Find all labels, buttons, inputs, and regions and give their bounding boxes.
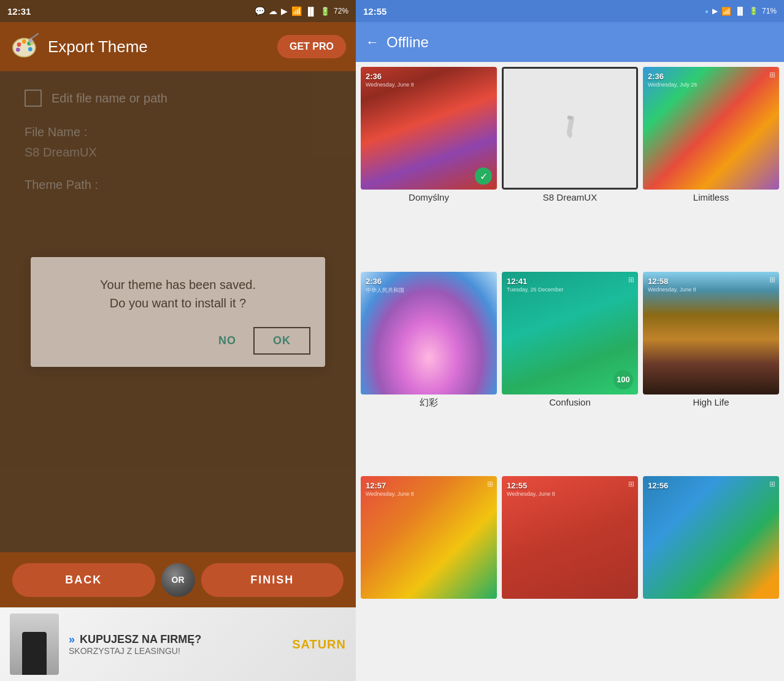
theme-item-highlife[interactable]: 12:58Wednesday, June 8⊞High Life <box>643 272 779 472</box>
right-dot-icon: ● <box>705 8 709 15</box>
theme-time-8: 12:56 <box>648 481 668 490</box>
svg-point-2 <box>22 39 26 44</box>
left-status-time: 12:31 <box>7 6 31 17</box>
or-circle: OR <box>161 563 195 597</box>
dialog: Your theme has been saved.Do you want to… <box>31 257 325 367</box>
bottom-bar: BACK OR FINISH <box>0 552 356 607</box>
theme-item-row3a[interactable]: 12:57Wednesday, June 8⊞ <box>361 476 497 676</box>
wifi-icon: 📶 <box>291 6 302 16</box>
theme-date-4: Tuesday, 26 December <box>507 287 564 293</box>
right-header-title: Offline <box>386 34 429 51</box>
corner-grid-icon: ⊞ <box>769 275 775 284</box>
left-status-icons: 💬 ☁ ▶ 📶 ▐▌ 🔋 72% <box>255 6 348 16</box>
back-arrow-icon[interactable]: ← <box>366 34 379 50</box>
notification-icon-1: 💬 <box>255 6 265 16</box>
ad-text-area: » KUPUJESZ NA FIRMĘ? SKORZYSTAJ Z LEASIN… <box>69 633 282 656</box>
back-button[interactable]: BACK <box>12 563 155 597</box>
content-area: Edit file name or path File Name : S8 Dr… <box>0 71 356 552</box>
right-panel: 12:55 ● ▶ 📶 ▐▌ 🔋 71% ← Offline 2:36Wedne… <box>356 0 784 681</box>
dialog-message: Your theme has been saved.Do you want to… <box>45 275 310 312</box>
theme-item-limitless[interactable]: 2:36Wednesday, July 26⊞Limitless <box>643 67 779 267</box>
check-badge: ✓ <box>475 167 492 185</box>
theme-item-row3b[interactable]: 12:55Wednesday, June 8⊞ <box>502 476 638 676</box>
ad-logo: SATURN <box>292 637 346 652</box>
svg-line-6 <box>31 34 38 39</box>
theme-time-7: 12:55 <box>507 481 527 490</box>
right-signal-icon: ▐▌ <box>735 7 745 15</box>
theme-date-2: Wednesday, July 26 <box>648 82 697 88</box>
battery-percentage: 72% <box>334 7 348 15</box>
right-wifi-icon: 📶 <box>721 7 731 16</box>
theme-name-limitless: Limitless <box>643 190 779 205</box>
pencil-icon <box>555 113 585 144</box>
right-status-icons: ● ▶ 📶 ▐▌ 🔋 71% <box>705 7 777 16</box>
palette-icon <box>10 31 40 62</box>
theme-name-highlife: High Life <box>643 394 779 410</box>
theme-date-5: Wednesday, June 8 <box>648 287 696 293</box>
svg-point-4 <box>28 47 33 52</box>
right-status-bar: 12:55 ● ▶ 📶 ▐▌ 🔋 71% <box>356 0 784 22</box>
corner-grid-icon: ⊞ <box>487 480 493 488</box>
notification-icon-2: ☁ <box>269 6 277 16</box>
right-battery-icon: 🔋 <box>749 7 758 15</box>
theme-item-confusion[interactable]: 12:41Tuesday, 26 December⊞100Confusion <box>502 272 638 472</box>
dialog-buttons: NO OK <box>45 327 310 355</box>
theme-time-0: 2:36 <box>366 72 382 81</box>
theme-date-7: Wednesday, June 8 <box>507 491 555 497</box>
ad-sub: SKORZYSTAJ Z LEASINGU! <box>69 646 282 656</box>
app-header: Export Theme GET PRO <box>0 22 356 71</box>
left-panel: 12:31 💬 ☁ ▶ 📶 ▐▌ 🔋 72% <box>0 0 356 681</box>
ad-content: » KUPUJESZ NA FIRMĘ? SKORZYSTAJ Z LEASIN… <box>0 607 356 681</box>
theme-item-row3c[interactable]: 12:56⊞ <box>643 476 779 676</box>
svg-point-5 <box>16 48 20 52</box>
theme-date-3: 中华人民共和国 <box>366 287 404 294</box>
battery-icon: 🔋 <box>320 7 330 16</box>
theme-time-2: 2:36 <box>648 72 664 81</box>
corner-grid-icon: ⊞ <box>628 480 634 488</box>
theme-name-domyslny: Domyślny <box>361 190 497 205</box>
left-status-bar: 12:31 💬 ☁ ▶ 📶 ▐▌ 🔋 72% <box>0 0 356 22</box>
theme-time-3: 2:36 <box>366 277 382 286</box>
notification-icon-3: ▶ <box>281 6 288 16</box>
dialog-ok-button[interactable]: OK <box>253 327 310 355</box>
finish-button[interactable]: FINISH <box>201 563 344 597</box>
theme-item-s8dreamux[interactable]: S8 DreamUX <box>502 67 638 267</box>
signal-icon: ▐▌ <box>306 7 317 16</box>
right-battery-pct: 71% <box>762 7 777 15</box>
app-title: Export Theme <box>48 37 148 56</box>
corner-grid-icon: ⊞ <box>769 71 775 79</box>
theme-time-4: 12:41 <box>507 277 527 286</box>
right-app-header: ← Offline <box>356 22 784 62</box>
corner-grid-icon: ⊞ <box>628 275 634 284</box>
theme-name-confusion: Confusion <box>502 394 638 410</box>
dialog-overlay: Your theme has been saved.Do you want to… <box>0 71 356 552</box>
right-status-time: 12:55 <box>363 6 386 17</box>
svg-point-1 <box>17 42 21 47</box>
theme-name-s8dreamux: S8 DreamUX <box>502 190 638 205</box>
ad-person <box>10 614 59 675</box>
theme-time-5: 12:58 <box>648 277 668 286</box>
get-pro-button[interactable]: GET PRO <box>277 35 346 58</box>
theme-name-huancai: 幻彩 <box>361 394 497 411</box>
theme-item-domyslny[interactable]: 2:36Wednesday, June 8✓Domyślny <box>361 67 497 267</box>
right-play-icon: ▶ <box>712 7 718 15</box>
themes-grid: 2:36Wednesday, June 8✓Domyślny S8 DreamU… <box>356 62 784 681</box>
app-header-left: Export Theme <box>10 31 148 62</box>
number-badge: 100 <box>613 370 633 390</box>
theme-item-huancai[interactable]: 2:36中华人民共和国幻彩 <box>361 272 497 472</box>
ad-headline: KUPUJESZ NA FIRMĘ? <box>80 633 201 646</box>
dialog-no-button[interactable]: NO <box>206 327 248 355</box>
theme-time-6: 12:57 <box>366 481 386 490</box>
corner-grid-icon: ⊞ <box>769 480 775 488</box>
theme-date-6: Wednesday, June 8 <box>366 491 414 497</box>
ad-banner: » KUPUJESZ NA FIRMĘ? SKORZYSTAJ Z LEASIN… <box>0 607 356 681</box>
theme-date-0: Wednesday, June 8 <box>366 82 414 88</box>
